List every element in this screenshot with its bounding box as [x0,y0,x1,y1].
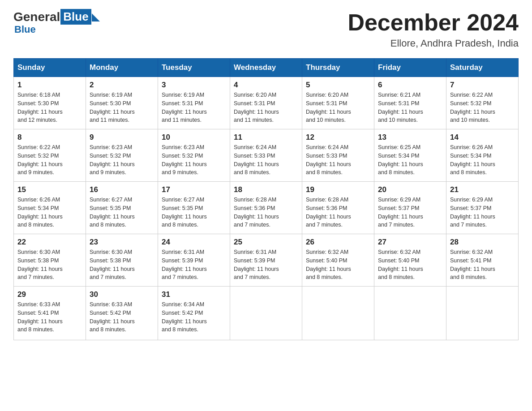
calendar-table: SundayMondayTuesdayWednesdayThursdayFrid… [13,58,519,340]
day-info: Sunrise: 6:19 AMSunset: 5:31 PMDaylight:… [162,91,226,124]
day-number: 26 [306,238,370,247]
day-number: 16 [90,185,154,194]
week-row-4: 22Sunrise: 6:30 AMSunset: 5:38 PMDayligh… [14,234,519,287]
day-header-wednesday: Wednesday [230,59,302,77]
day-info: Sunrise: 6:23 AMSunset: 5:32 PMDaylight:… [90,143,154,177]
location-title: Ellore, Andhra Pradesh, India [348,38,519,49]
day-number: 25 [234,238,298,247]
calendar-cell: 12Sunrise: 6:24 AMSunset: 5:33 PMDayligh… [302,129,374,182]
calendar-cell: 24Sunrise: 6:31 AMSunset: 5:39 PMDayligh… [158,234,230,287]
page-header: General Blue Blue December 2024 Ellore, … [13,9,519,49]
day-info: Sunrise: 6:31 AMSunset: 5:39 PMDaylight:… [234,248,298,282]
day-number: 13 [378,133,442,142]
day-number: 27 [378,238,442,247]
day-info: Sunrise: 6:25 AMSunset: 5:34 PMDaylight:… [378,143,442,177]
header-row: SundayMondayTuesdayWednesdayThursdayFrid… [14,59,519,77]
day-info: Sunrise: 6:33 AMSunset: 5:42 PMDaylight:… [90,300,154,334]
calendar-cell: 16Sunrise: 6:27 AMSunset: 5:35 PMDayligh… [86,182,158,234]
day-number: 4 [234,81,298,90]
day-number: 29 [17,290,82,299]
day-info: Sunrise: 6:26 AMSunset: 5:34 PMDaylight:… [450,143,515,177]
day-number: 9 [90,133,154,142]
day-number: 1 [17,81,82,90]
calendar-cell: 30Sunrise: 6:33 AMSunset: 5:42 PMDayligh… [86,287,158,340]
calendar-cell: 17Sunrise: 6:27 AMSunset: 5:35 PMDayligh… [158,182,230,234]
day-info: Sunrise: 6:28 AMSunset: 5:36 PMDaylight:… [234,196,298,229]
day-info: Sunrise: 6:22 AMSunset: 5:32 PMDaylight:… [450,91,515,124]
week-row-3: 15Sunrise: 6:26 AMSunset: 5:34 PMDayligh… [14,182,519,234]
day-info: Sunrise: 6:26 AMSunset: 5:34 PMDaylight:… [17,196,82,229]
day-number: 10 [162,133,226,142]
calendar-cell: 22Sunrise: 6:30 AMSunset: 5:38 PMDayligh… [14,234,86,287]
calendar-cell: 15Sunrise: 6:26 AMSunset: 5:34 PMDayligh… [14,182,86,234]
logo-subtitle: Blue [14,24,36,35]
day-info: Sunrise: 6:20 AMSunset: 5:31 PMDaylight:… [234,91,298,124]
calendar-cell: 21Sunrise: 6:29 AMSunset: 5:37 PMDayligh… [446,182,519,234]
calendar-cell: 1Sunrise: 6:18 AMSunset: 5:30 PMDaylight… [14,77,86,129]
day-info: Sunrise: 6:34 AMSunset: 5:42 PMDaylight:… [162,300,226,334]
day-header-monday: Monday [86,59,158,77]
day-number: 18 [234,185,298,194]
logo-blue-text: Blue [60,9,91,25]
month-title: December 2024 [348,9,519,36]
day-number: 30 [90,290,154,299]
day-number: 11 [234,133,298,142]
calendar-cell: 4Sunrise: 6:20 AMSunset: 5:31 PMDaylight… [230,77,302,129]
day-number: 2 [90,81,154,90]
calendar-cell: 23Sunrise: 6:30 AMSunset: 5:38 PMDayligh… [86,234,158,287]
day-number: 14 [450,133,515,142]
day-header-saturday: Saturday [446,59,519,77]
day-header-sunday: Sunday [14,59,86,77]
calendar-cell: 14Sunrise: 6:26 AMSunset: 5:34 PMDayligh… [446,129,519,182]
day-info: Sunrise: 6:22 AMSunset: 5:32 PMDaylight:… [17,143,82,177]
day-header-friday: Friday [374,59,446,77]
day-number: 24 [162,238,226,247]
day-number: 28 [450,238,515,247]
calendar-cell [302,287,374,340]
calendar-cell: 13Sunrise: 6:25 AMSunset: 5:34 PMDayligh… [374,129,446,182]
calendar-cell: 10Sunrise: 6:23 AMSunset: 5:32 PMDayligh… [158,129,230,182]
day-info: Sunrise: 6:32 AMSunset: 5:40 PMDaylight:… [378,248,442,282]
calendar-cell [446,287,519,340]
day-info: Sunrise: 6:30 AMSunset: 5:38 PMDaylight:… [90,248,154,282]
day-info: Sunrise: 6:32 AMSunset: 5:41 PMDaylight:… [450,248,515,282]
day-number: 23 [90,238,154,247]
calendar-cell: 3Sunrise: 6:19 AMSunset: 5:31 PMDaylight… [158,77,230,129]
calendar-cell: 26Sunrise: 6:32 AMSunset: 5:40 PMDayligh… [302,234,374,287]
day-number: 12 [306,133,370,142]
day-number: 20 [378,185,442,194]
logo: General Blue Blue [13,9,100,35]
calendar-cell [374,287,446,340]
calendar-cell: 8Sunrise: 6:22 AMSunset: 5:32 PMDaylight… [14,129,86,182]
calendar-cell: 20Sunrise: 6:29 AMSunset: 5:37 PMDayligh… [374,182,446,234]
logo-general-text: General [13,10,60,24]
day-info: Sunrise: 6:23 AMSunset: 5:32 PMDaylight:… [162,143,226,177]
day-number: 3 [162,81,226,90]
week-row-5: 29Sunrise: 6:33 AMSunset: 5:41 PMDayligh… [14,287,519,340]
day-info: Sunrise: 6:24 AMSunset: 5:33 PMDaylight:… [234,143,298,177]
calendar-cell: 2Sunrise: 6:19 AMSunset: 5:30 PMDaylight… [86,77,158,129]
day-number: 31 [162,290,226,299]
calendar-cell: 18Sunrise: 6:28 AMSunset: 5:36 PMDayligh… [230,182,302,234]
calendar-cell: 28Sunrise: 6:32 AMSunset: 5:41 PMDayligh… [446,234,519,287]
day-number: 17 [162,185,226,194]
calendar-cell: 19Sunrise: 6:28 AMSunset: 5:36 PMDayligh… [302,182,374,234]
day-number: 15 [17,185,82,194]
day-info: Sunrise: 6:33 AMSunset: 5:41 PMDaylight:… [17,300,82,334]
calendar-cell: 31Sunrise: 6:34 AMSunset: 5:42 PMDayligh… [158,287,230,340]
week-row-2: 8Sunrise: 6:22 AMSunset: 5:32 PMDaylight… [14,129,519,182]
day-info: Sunrise: 6:21 AMSunset: 5:31 PMDaylight:… [378,91,442,124]
logo-arrow-icon [92,13,100,21]
calendar-cell: 27Sunrise: 6:32 AMSunset: 5:40 PMDayligh… [374,234,446,287]
day-info: Sunrise: 6:30 AMSunset: 5:38 PMDaylight:… [17,248,82,282]
calendar-cell: 25Sunrise: 6:31 AMSunset: 5:39 PMDayligh… [230,234,302,287]
week-row-1: 1Sunrise: 6:18 AMSunset: 5:30 PMDaylight… [14,77,519,129]
title-block: December 2024 Ellore, Andhra Pradesh, In… [348,9,519,49]
calendar-cell: 9Sunrise: 6:23 AMSunset: 5:32 PMDaylight… [86,129,158,182]
calendar-cell: 29Sunrise: 6:33 AMSunset: 5:41 PMDayligh… [14,287,86,340]
calendar-cell: 7Sunrise: 6:22 AMSunset: 5:32 PMDaylight… [446,77,519,129]
day-number: 8 [17,133,82,142]
day-info: Sunrise: 6:29 AMSunset: 5:37 PMDaylight:… [450,196,515,229]
calendar-cell: 6Sunrise: 6:21 AMSunset: 5:31 PMDaylight… [374,77,446,129]
calendar-cell [230,287,302,340]
